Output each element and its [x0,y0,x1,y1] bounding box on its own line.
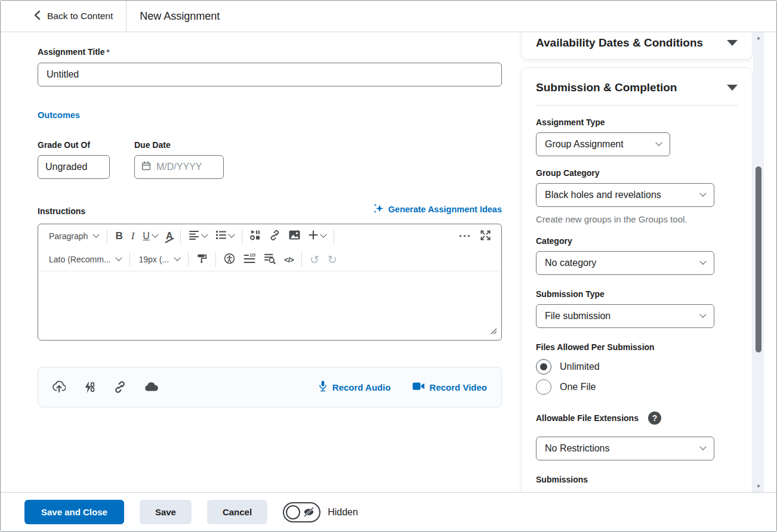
availability-card-header[interactable]: Availability Dates & Conditions [536,36,738,50]
align-icon [189,230,199,242]
submission-card: Submission & Completion Assignment Type … [521,67,753,492]
file-upload-button[interactable] [53,381,66,394]
radio-label: One File [560,382,596,392]
back-to-content-link[interactable]: Back to Content [33,10,113,23]
visibility-toggle[interactable]: Hidden [283,502,358,522]
scroll-up-arrow[interactable]: ▲ [753,35,764,41]
submission-card-header[interactable]: Submission & Completion [536,81,738,94]
insert-image-button[interactable] [285,228,304,245]
underline-icon: U [143,231,150,242]
grade-due-row: Grade Out Of Due Date [38,140,521,179]
undo-button[interactable]: ↺ [306,250,323,269]
attachments-bar: Record Audio Record Video [38,367,502,407]
settings-sidebar: Availability Dates & Conditions Submissi… [521,32,776,492]
toolbar-separator [215,252,216,267]
due-date-input[interactable] [156,162,216,172]
fullscreen-button[interactable] [476,227,495,246]
record-video-label: Record Video [430,382,487,392]
assignment-form: Assignment Title* Outcomes Grade Out Of … [1,32,521,492]
record-video-button[interactable]: Record Video [412,382,487,392]
undo-icon: ↺ [310,253,319,267]
availability-card-title: Availability Dates & Conditions [536,36,703,50]
scrollbar-thumb[interactable] [756,166,761,352]
availability-card: Availability Dates & Conditions [521,32,753,60]
toolbar-separator [334,229,334,243]
due-date-field[interactable] [134,155,224,179]
generate-assignment-ideas-link[interactable]: Generate Assignment Ideas [373,203,502,216]
resize-handle[interactable] [490,326,497,337]
allowable-extensions-label: Allowable File Extensions [536,413,639,423]
files-allowed-option-one-file[interactable]: One File [536,379,738,395]
preview-button[interactable] [260,250,280,269]
chevron-down-icon [93,231,100,238]
save-button[interactable]: Save [140,500,192,524]
chevron-down-icon [174,255,180,261]
outcomes-link[interactable]: Outcomes [38,110,80,120]
chevron-down-icon [202,231,208,238]
accessibility-check-button[interactable] [220,250,239,269]
group-category-helper-text: Create new groups in the Groups tool. [536,214,738,224]
paragraph-style-dropdown[interactable]: Paragraph [44,229,103,243]
ellipsis-icon: ··· [459,230,471,243]
card-divider [536,105,738,106]
record-audio-button[interactable]: Record Audio [318,380,391,394]
lightning-link-icon [84,381,95,394]
bullet-list-icon [215,230,226,242]
redo-button[interactable]: ↻ [323,250,341,269]
bold-button[interactable]: B [111,228,127,245]
due-date-label: Due Date [134,140,224,150]
sidebar-scrollbar[interactable]: ▲ ▼ [753,32,764,492]
group-category-label: Group Category [536,168,738,178]
align-button[interactable] [184,228,211,245]
instructions-text-area[interactable] [38,271,501,340]
assignment-type-select[interactable]: Group Assignment [536,132,670,156]
list-button[interactable] [211,228,238,245]
word-count-button[interactable]: 123 [239,251,260,268]
instructions-label: Instructions [38,206,85,216]
group-category-select[interactable]: Black holes and revelations [536,183,714,207]
insert-stuff-button[interactable] [246,227,265,245]
font-color-button[interactable]: A [162,228,177,244]
chevron-down-icon [699,258,706,265]
insert-link-button[interactable] [265,227,285,246]
chevron-down-icon [699,190,706,197]
chevron-down-icon [116,255,122,261]
more-actions-button[interactable]: ··· [455,228,476,245]
source-code-button[interactable]: </> [280,253,298,267]
cancel-button[interactable]: Cancel [207,500,267,524]
chevron-down-icon [152,231,158,238]
calendar-icon [141,160,152,174]
italic-icon: I [131,230,135,242]
font-color-icon: A [166,231,173,242]
editor-toolbar-row1: Paragraph B I U A [38,224,501,248]
assignment-type-label: Assignment Type [536,117,738,127]
video-camera-icon [412,382,425,392]
cloud-storage-button[interactable] [144,382,159,392]
font-size-value: 19px (... [138,255,169,264]
font-size-dropdown[interactable]: 19px (... [134,252,184,267]
toolbar-separator [107,229,107,243]
top-header: Back to Content New Assignment [1,1,776,32]
scroll-down-arrow[interactable]: ▼ [753,484,764,489]
category-select[interactable]: No category [536,251,714,275]
quicklink-button[interactable] [84,381,95,394]
grade-out-of-input[interactable] [38,155,110,179]
allowable-extensions-select[interactable]: No Restrictions [536,437,714,460]
underline-button[interactable]: U [138,228,162,244]
paint-roller-icon [196,253,208,267]
assignment-title-input[interactable] [38,63,502,86]
help-icon[interactable]: ? [648,412,661,425]
submission-type-select[interactable]: File submission [536,304,714,328]
insert-more-button[interactable] [304,228,330,245]
category-value: No category [545,258,596,268]
font-family-dropdown[interactable]: Lato (Recomm... [44,252,126,267]
files-allowed-option-unlimited[interactable]: Unlimited [536,359,738,375]
action-bar: Save and Close Save Cancel Hidden [1,492,776,531]
weblink-button[interactable] [113,381,127,394]
toolbar-separator [242,229,242,243]
format-painter-button[interactable] [192,250,212,269]
italic-button[interactable]: I [127,228,139,245]
toggle-switch[interactable] [283,502,320,522]
toolbar-separator [130,252,130,267]
save-and-close-button[interactable]: Save and Close [24,500,124,524]
